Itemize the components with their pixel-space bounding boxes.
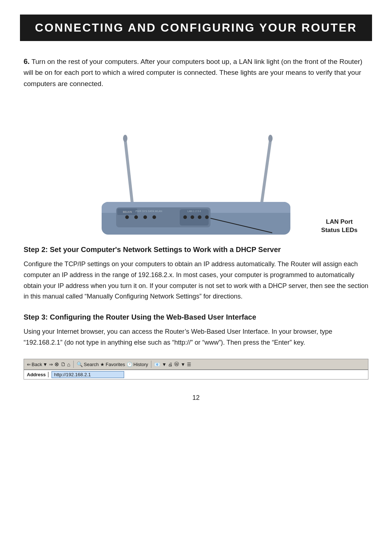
browser-toolbar: ⇐ Back ▼ ⇒ ⊗ 🗋 ⌂ 🔍 Sea — [24, 359, 368, 370]
router-svg: BELKIN PWR SYS DATA WLAN LAN 1 2 3 4 — [69, 126, 323, 235]
lan-port-line2: Status LEDs — [321, 226, 358, 235]
separator2 — [151, 361, 151, 368]
browser-address-bar: Address http://192.168.2.1 — [24, 370, 368, 379]
svg-point-15 — [198, 215, 201, 219]
page-header: CONNECTING AND CONFIGURING YOUR ROUTER — [20, 15, 372, 41]
svg-text:LAN 1 2 3 4: LAN 1 2 3 4 — [188, 210, 201, 212]
separator1 — [73, 361, 74, 368]
page-title: CONNECTING AND CONFIGURING YOUR ROUTER — [31, 21, 361, 35]
edit-icon: Ⓦ — [174, 361, 179, 368]
step2-heading: Step 2: Set your Computer's Network Sett… — [24, 245, 368, 254]
svg-line-2 — [261, 140, 270, 206]
svg-line-0 — [125, 140, 132, 206]
step2-body: Configure the TCP/IP settings on your co… — [24, 259, 368, 302]
mail-button[interactable]: 📧 ▼ — [154, 362, 167, 367]
search-label: Search — [84, 362, 99, 367]
svg-point-10 — [143, 215, 147, 219]
lan-port-line1: LAN Port — [321, 218, 358, 226]
step3-body: Using your Internet browser, you can acc… — [24, 326, 368, 348]
favorites-button[interactable]: ★ Favorites — [100, 362, 125, 367]
svg-text:BELKIN: BELKIN — [123, 211, 132, 213]
forward-arrow-icon: ⇒ — [49, 362, 53, 367]
print-icon: 🖨 — [168, 362, 173, 367]
home-icon: ⌂ — [67, 361, 70, 368]
svg-point-8 — [125, 215, 129, 219]
menu-icon: ☰ — [187, 362, 191, 367]
search-button[interactable]: 🔍 Search — [77, 361, 99, 367]
refresh-icon: 🗋 — [61, 361, 66, 367]
router-illustration: BELKIN PWR SYS DATA WLAN LAN 1 2 3 4 LAN… — [24, 100, 368, 235]
svg-text:PWR SYS DATA WLAN: PWR SYS DATA WLAN — [135, 210, 162, 212]
stop-icon: ⊗ — [54, 361, 59, 368]
svg-point-11 — [152, 215, 156, 219]
svg-point-14 — [191, 215, 194, 219]
print-button[interactable]: 🖨 — [168, 362, 173, 367]
step6-text: Turn on the rest of your computers. Afte… — [24, 58, 362, 88]
forward-button[interactable]: ⇒ — [49, 362, 53, 367]
search-icon: 🔍 — [77, 361, 83, 367]
stop-button[interactable]: ⊗ — [54, 361, 59, 368]
history-icon: 🕐 — [127, 362, 132, 367]
back-arrow-icon: ⇐ — [27, 362, 31, 367]
back-label: Back — [32, 362, 42, 367]
main-content: 6. Turn on the rest of your computers. A… — [0, 41, 392, 416]
address-url[interactable]: http://192.168.2.1 — [52, 371, 124, 378]
lan-port-label: LAN Port Status LEDs — [321, 218, 358, 235]
favorites-label: Favorites — [106, 362, 125, 367]
step6-paragraph: 6. Turn on the rest of your computers. A… — [24, 56, 368, 89]
svg-point-1 — [123, 135, 127, 142]
step6-number: 6. — [24, 57, 30, 65]
refresh-button[interactable]: 🗋 — [61, 361, 66, 367]
mail-dropdown-icon: ▼ — [162, 362, 167, 367]
back-dropdown-icon: ▼ — [43, 362, 48, 367]
svg-point-16 — [205, 215, 209, 219]
menu-button[interactable]: ☰ — [187, 362, 191, 367]
browser-illustration: ⇐ Back ▼ ⇒ ⊗ 🗋 ⌂ 🔍 Sea — [24, 359, 368, 380]
svg-point-3 — [268, 135, 273, 142]
history-label: History — [134, 362, 148, 367]
edit-dropdown-icon: ▼ — [181, 362, 185, 367]
svg-point-13 — [183, 215, 187, 219]
back-button[interactable]: ⇐ Back ▼ — [27, 362, 48, 367]
page-number: 12 — [24, 394, 368, 402]
step3-heading: Step 3: Configuring the Router Using the… — [24, 313, 368, 321]
address-label: Address — [27, 372, 49, 377]
favorites-icon: ★ — [100, 362, 105, 367]
svg-point-9 — [134, 215, 138, 219]
home-button[interactable]: ⌂ — [67, 361, 70, 368]
mail-icon: 📧 — [154, 362, 160, 367]
edit-button[interactable]: Ⓦ ▼ — [174, 361, 185, 368]
history-button[interactable]: 🕐 History — [127, 362, 148, 367]
